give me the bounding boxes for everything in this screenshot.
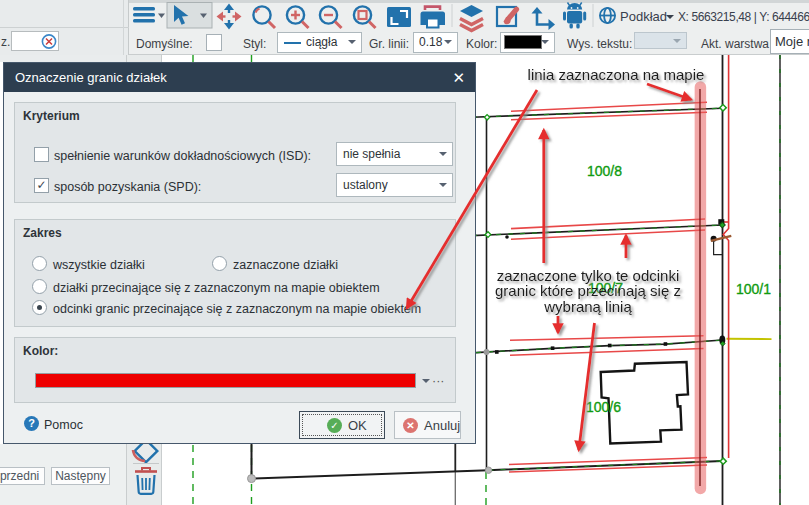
svg-text:linia zaznaczona na mapie: linia zaznaczona na mapie [528,66,705,83]
svg-text:zaznaczone tylko te odcinki: zaznaczone tylko te odcinki [497,267,680,284]
svg-text:wybraną linią: wybraną linią [543,298,632,315]
svg-text:granic które przecinają się z: granic które przecinają się z [495,282,681,299]
